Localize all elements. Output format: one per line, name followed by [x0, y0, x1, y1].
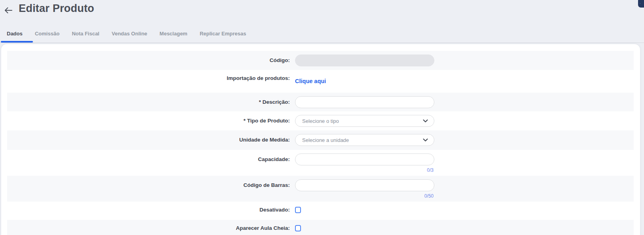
form-row-importacao: Importação de produtos: Clique aqui: [7, 70, 634, 93]
tipo-produto-label: * Tipo de Produto:: [7, 115, 290, 127]
capacidade-label: Capacidade:: [7, 153, 290, 165]
chevron-down-icon: [423, 119, 428, 123]
codigo-label: Código:: [7, 54, 290, 66]
importacao-label: Importação de produtos:: [7, 75, 290, 82]
page-title: Editar Produto: [19, 2, 94, 15]
tab-comissao[interactable]: Comissão: [35, 31, 60, 43]
unidade-medida-select[interactable]: Selecione a unidade: [295, 134, 434, 146]
importacao-link[interactable]: Clique aqui: [295, 78, 326, 84]
form-row-desativado: Desativado:: [7, 202, 634, 220]
form-row-codigo-barras: Código de Barras: 0/50: [7, 176, 634, 202]
codigo-input: [295, 54, 434, 66]
notification-badge[interactable]: .: [638, 0, 644, 8]
capacidade-input[interactable]: [295, 153, 434, 165]
descricao-label: * Descrição:: [7, 96, 290, 108]
aparecer-aula-cheia-label: Aparecer Aula Cheia:: [7, 224, 290, 233]
tab-mesclagem[interactable]: Mesclagem: [160, 31, 187, 43]
form-card: Código: Importação de produtos: Clique a…: [1, 44, 640, 235]
descricao-input[interactable]: [295, 96, 434, 108]
page-header: Editar Produto Dados Comissão Nota Fisca…: [0, 0, 644, 43]
notification-badge-glyph: .: [640, 0, 641, 4]
codigo-barras-input[interactable]: [295, 179, 434, 191]
back-arrow-icon: [4, 7, 13, 14]
tab-bar: Dados Comissão Nota Fiscal Vendas Online…: [7, 31, 246, 43]
tipo-produto-select[interactable]: Selecione o tipo: [295, 115, 434, 127]
desativado-checkbox[interactable]: [295, 207, 301, 213]
form-row-tipo-produto: * Tipo de Produto: Selecione o tipo: [7, 111, 634, 130]
form-row-capacidade: Capacidade: 0/3: [7, 150, 634, 176]
capacidade-counter: 0/3: [427, 168, 434, 173]
tab-vendas-online[interactable]: Vendas Online: [112, 31, 147, 43]
form-row-aparecer-aula-cheia: Aparecer Aula Cheia:: [7, 220, 634, 235]
form-row-unidade-medida: Unidade de Medida: Selecione a unidade: [7, 130, 634, 150]
chevron-down-icon: [423, 138, 428, 142]
form-row-descricao: * Descrição:: [7, 93, 634, 111]
unidade-medida-label: Unidade de Medida:: [7, 134, 290, 146]
form-row-codigo: Código:: [7, 51, 634, 70]
tab-nota-fiscal[interactable]: Nota Fiscal: [72, 31, 99, 43]
unidade-medida-placeholder: Selecione a unidade: [302, 137, 349, 143]
aparecer-aula-cheia-checkbox[interactable]: [295, 225, 301, 231]
codigo-barras-label: Código de Barras:: [7, 179, 290, 191]
back-button[interactable]: [3, 5, 13, 16]
tab-dados[interactable]: Dados: [7, 31, 23, 43]
tipo-produto-placeholder: Selecione o tipo: [302, 118, 339, 124]
page: Editar Produto Dados Comissão Nota Fisca…: [0, 0, 644, 235]
codigo-barras-counter: 0/50: [424, 194, 434, 198]
tab-replicar-empresas[interactable]: Replicar Empresas: [200, 31, 246, 43]
desativado-label: Desativado:: [7, 206, 290, 214]
